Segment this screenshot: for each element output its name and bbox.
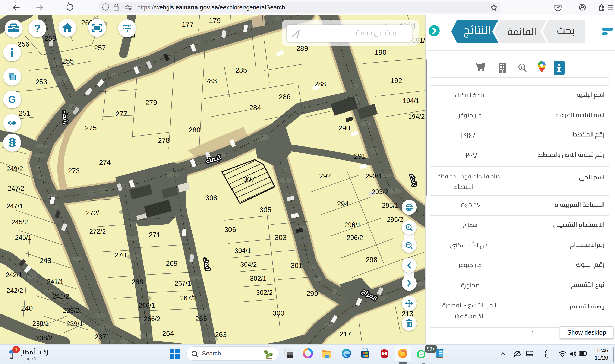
svg-text:256: 256 bbox=[17, 40, 29, 48]
svg-text:251: 251 bbox=[19, 109, 30, 117]
svg-text:G: G bbox=[8, 94, 16, 105]
svg-text:192: 192 bbox=[390, 77, 402, 85]
svg-text:https://webgis.eamana.gov.sa/e: https://webgis.eamana.gov.sa/eexplorer/g… bbox=[137, 4, 285, 11]
svg-text:243: 243 bbox=[39, 257, 51, 264]
svg-text:?: ? bbox=[34, 23, 40, 34]
svg-text:280: 280 bbox=[189, 126, 200, 134]
svg-text:237: 237 bbox=[94, 333, 106, 341]
svg-text:217: 217 bbox=[339, 330, 351, 338]
svg-text:302/1: 302/1 bbox=[250, 275, 266, 282]
svg-text:242/1: 242/1 bbox=[6, 271, 22, 279]
svg-text:242/2: 242/2 bbox=[6, 287, 23, 294]
svg-text:258: 258 bbox=[44, 34, 56, 42]
svg-text:190: 190 bbox=[375, 49, 386, 56]
svg-text:267/2: 267/2 bbox=[180, 294, 197, 302]
svg-text:295/1: 295/1 bbox=[382, 202, 398, 209]
svg-text:241/2: 241/2 bbox=[52, 293, 69, 300]
svg-text:292: 292 bbox=[319, 172, 331, 180]
svg-text:286: 286 bbox=[279, 93, 290, 101]
svg-text:283: 283 bbox=[205, 77, 217, 85]
svg-text:245/2: 245/2 bbox=[11, 218, 28, 226]
svg-text:288: 288 bbox=[314, 80, 326, 88]
svg-text:238/1: 238/1 bbox=[32, 320, 49, 327]
svg-text:290: 290 bbox=[338, 124, 350, 132]
svg-text:257: 257 bbox=[94, 44, 106, 52]
svg-text:239/1: 239/1 bbox=[66, 320, 83, 327]
svg-text:245/1: 245/1 bbox=[15, 234, 32, 241]
svg-text:305: 305 bbox=[260, 206, 271, 214]
svg-text:295/2: 295/2 bbox=[387, 216, 403, 223]
svg-text:266/2: 266/2 bbox=[144, 315, 160, 323]
svg-text:179: 179 bbox=[209, 17, 221, 25]
svg-text:238/2: 238/2 bbox=[36, 334, 52, 342]
svg-text:278: 278 bbox=[158, 136, 170, 144]
svg-text:303: 303 bbox=[275, 234, 286, 241]
svg-text:270: 270 bbox=[114, 251, 126, 259]
svg-text:177: 177 bbox=[182, 21, 194, 28]
svg-text:266/1: 266/1 bbox=[138, 302, 155, 309]
svg-text:301: 301 bbox=[291, 261, 302, 269]
svg-text:275: 275 bbox=[85, 124, 96, 132]
svg-text:300: 300 bbox=[273, 309, 284, 317]
svg-text:272/1: 272/1 bbox=[86, 209, 103, 217]
svg-text:293/2: 293/2 bbox=[372, 188, 388, 195]
svg-text:293/1: 293/1 bbox=[365, 172, 382, 180]
svg-text:269: 269 bbox=[166, 260, 177, 267]
svg-text:308: 308 bbox=[205, 194, 217, 202]
svg-text:291: 291 bbox=[354, 152, 366, 160]
svg-text:268: 268 bbox=[131, 278, 143, 286]
svg-text:265: 265 bbox=[195, 315, 207, 323]
svg-text:304/1: 304/1 bbox=[235, 247, 251, 254]
svg-text:274: 274 bbox=[99, 158, 111, 166]
svg-text:307: 307 bbox=[243, 175, 255, 183]
svg-text:306: 306 bbox=[224, 226, 236, 234]
svg-text:296/1: 296/1 bbox=[344, 221, 361, 229]
svg-text:253: 253 bbox=[35, 78, 47, 86]
svg-text:296/2: 296/2 bbox=[347, 234, 363, 241]
svg-text:298: 298 bbox=[366, 256, 377, 264]
svg-text:Search: Search bbox=[202, 350, 221, 357]
svg-text:277: 277 bbox=[115, 110, 127, 118]
svg-text:272/2: 272/2 bbox=[89, 228, 106, 235]
svg-text:267/1: 267/1 bbox=[174, 280, 191, 287]
svg-text:249/2: 249/2 bbox=[6, 165, 23, 172]
svg-text:302/2: 302/2 bbox=[256, 289, 273, 296]
svg-text:239/2: 239/2 bbox=[63, 307, 79, 314]
svg-text:247/2: 247/2 bbox=[8, 185, 24, 192]
svg-text:255: 255 bbox=[62, 57, 74, 65]
svg-text:294: 294 bbox=[337, 200, 349, 208]
svg-text:194/2: 194/2 bbox=[408, 113, 425, 120]
svg-text:263: 263 bbox=[215, 331, 227, 338]
svg-text:284: 284 bbox=[249, 104, 261, 112]
svg-text:273: 273 bbox=[68, 167, 80, 175]
svg-text:285: 285 bbox=[235, 66, 247, 74]
svg-text:299: 299 bbox=[306, 289, 318, 297]
svg-text:264: 264 bbox=[162, 329, 174, 337]
svg-text:304/2: 304/2 bbox=[240, 261, 257, 268]
svg-text:247/1: 247/1 bbox=[6, 202, 23, 210]
svg-text:279: 279 bbox=[145, 99, 157, 106]
svg-text:194/1: 194/1 bbox=[403, 97, 419, 104]
svg-text:241/1: 241/1 bbox=[47, 278, 64, 286]
svg-text:240: 240 bbox=[21, 304, 33, 312]
svg-text:271: 271 bbox=[149, 231, 160, 239]
